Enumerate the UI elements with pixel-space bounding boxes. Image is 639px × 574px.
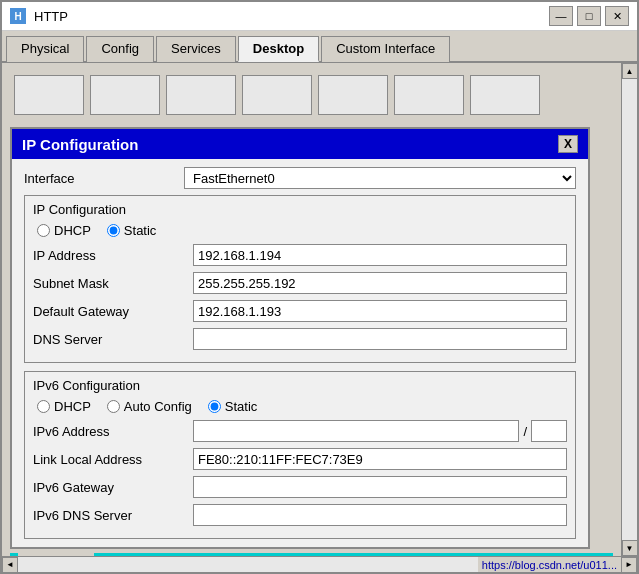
- interface-select[interactable]: FastEthernet0: [184, 167, 576, 189]
- subnet-mask-input[interactable]: [193, 272, 567, 294]
- tab-services[interactable]: Services: [156, 36, 236, 62]
- content-area: IP Configuration X Interface FastEtherne…: [2, 63, 621, 556]
- ipv6-gateway-input[interactable]: [193, 476, 567, 498]
- title-bar: H HTTP — □ ✕: [2, 2, 637, 31]
- close-button[interactable]: ✕: [605, 6, 629, 26]
- main-content: IP Configuration X Interface FastEtherne…: [2, 63, 637, 556]
- tab-desktop[interactable]: Desktop: [238, 36, 319, 62]
- bottom-scrollbar: ◄ https://blog.csdn.net/u011... ►: [2, 556, 637, 572]
- ipv6-address-label: IPv6 Address: [33, 424, 193, 439]
- connector-area: Connector: [10, 553, 613, 556]
- device-thumb-5[interactable]: [318, 75, 388, 115]
- device-thumb-4[interactable]: [242, 75, 312, 115]
- status-text: https://blog.csdn.net/u011...: [482, 559, 617, 571]
- dns-server-input[interactable]: [193, 328, 567, 350]
- ipv6-prefix-input[interactable]: [531, 420, 567, 442]
- interface-row: Interface FastEthernet0: [24, 167, 576, 189]
- subnet-mask-row: Subnet Mask: [33, 272, 567, 294]
- scroll-left-button[interactable]: ◄: [2, 557, 18, 573]
- ip-config-body: Interface FastEthernet0 IP Configuration: [12, 159, 588, 547]
- interface-label: Interface: [24, 171, 184, 186]
- window-title: HTTP: [34, 9, 541, 24]
- dhcp-radio-group: DHCP: [37, 223, 91, 238]
- ipv6-static-radio-group: Static: [208, 399, 258, 414]
- minimize-button[interactable]: —: [549, 6, 573, 26]
- ipv6-section-title: IPv6 Configuration: [33, 378, 567, 393]
- ipv6-address-input[interactable]: [193, 420, 519, 442]
- ipv4-mode-row: DHCP Static: [33, 223, 567, 238]
- maximize-button[interactable]: □: [577, 6, 601, 26]
- app-icon: H: [10, 8, 26, 24]
- ipv6-auto-label[interactable]: Auto Config: [124, 399, 192, 414]
- device-thumb-1[interactable]: [14, 75, 84, 115]
- static-radio[interactable]: [107, 224, 120, 237]
- device-thumb-7[interactable]: [470, 75, 540, 115]
- ip-config-title-bar: IP Configuration X: [12, 129, 588, 159]
- ipv6-dns-input[interactable]: [193, 504, 567, 526]
- scroll-track-vertical[interactable]: [622, 79, 637, 540]
- ipv6-address-row: IPv6 Address /: [33, 420, 567, 442]
- ip-address-label: IP Address: [33, 248, 193, 263]
- ipv6-gateway-row: IPv6 Gateway: [33, 476, 567, 498]
- tab-bar: Physical Config Services Desktop Custom …: [2, 31, 637, 63]
- default-gateway-row: Default Gateway: [33, 300, 567, 322]
- ipv6-slash: /: [519, 424, 531, 439]
- window-controls: — □ ✕: [549, 6, 629, 26]
- ipv6-dhcp-label[interactable]: DHCP: [54, 399, 91, 414]
- default-gateway-input[interactable]: [193, 300, 567, 322]
- static-radio-group: Static: [107, 223, 157, 238]
- ip-config-dialog: IP Configuration X Interface FastEtherne…: [10, 127, 590, 549]
- device-thumb-3[interactable]: [166, 75, 236, 115]
- tab-config[interactable]: Config: [86, 36, 154, 62]
- ipv6-mode-row: DHCP Auto Config Static: [33, 399, 567, 414]
- scroll-up-button[interactable]: ▲: [622, 63, 638, 79]
- dhcp-label[interactable]: DHCP: [54, 223, 91, 238]
- ipv6-section: IPv6 Configuration DHCP Auto Config: [24, 371, 576, 539]
- ipv6-dhcp-radio-group: DHCP: [37, 399, 91, 414]
- ip-address-row: IP Address: [33, 244, 567, 266]
- tab-custom-interface[interactable]: Custom Interface: [321, 36, 450, 62]
- scroll-track-horizontal[interactable]: [18, 557, 478, 572]
- device-thumb-2[interactable]: [90, 75, 160, 115]
- ipv6-dns-label: IPv6 DNS Server: [33, 508, 193, 523]
- ipv6-auto-radio-group: Auto Config: [107, 399, 192, 414]
- ipv6-static-radio[interactable]: [208, 400, 221, 413]
- subnet-mask-label: Subnet Mask: [33, 276, 193, 291]
- ipv6-dhcp-radio[interactable]: [37, 400, 50, 413]
- link-local-input[interactable]: [193, 448, 567, 470]
- static-label[interactable]: Static: [124, 223, 157, 238]
- link-local-label: Link Local Address: [33, 452, 193, 467]
- ipv6-static-label[interactable]: Static: [225, 399, 258, 414]
- ip-config-title-text: IP Configuration: [22, 136, 138, 153]
- scroll-right-button[interactable]: ►: [621, 557, 637, 573]
- dns-server-label: DNS Server: [33, 332, 193, 347]
- ipv6-dns-row: IPv6 DNS Server: [33, 504, 567, 526]
- device-thumb-6[interactable]: [394, 75, 464, 115]
- scroll-down-button[interactable]: ▼: [622, 540, 638, 556]
- default-gateway-label: Default Gateway: [33, 304, 193, 319]
- ipv6-auto-radio[interactable]: [107, 400, 120, 413]
- ip-config-close-button[interactable]: X: [558, 135, 578, 153]
- tab-physical[interactable]: Physical: [6, 36, 84, 62]
- link-local-row: Link Local Address: [33, 448, 567, 470]
- bottom-area: ◄ https://blog.csdn.net/u011... ►: [2, 556, 637, 572]
- dhcp-radio[interactable]: [37, 224, 50, 237]
- ipv4-section-title: IP Configuration: [33, 202, 567, 217]
- device-thumbnails: [10, 71, 613, 119]
- ipv6-gateway-label: IPv6 Gateway: [33, 480, 193, 495]
- right-scrollbar: ▲ ▼: [621, 63, 637, 556]
- dns-server-row: DNS Server: [33, 328, 567, 350]
- main-window: H HTTP — □ ✕ Physical Config Services De…: [0, 0, 639, 574]
- connector-label: Connector: [18, 553, 94, 556]
- ip-address-input[interactable]: [193, 244, 567, 266]
- ipv4-section: IP Configuration DHCP Static: [24, 195, 576, 363]
